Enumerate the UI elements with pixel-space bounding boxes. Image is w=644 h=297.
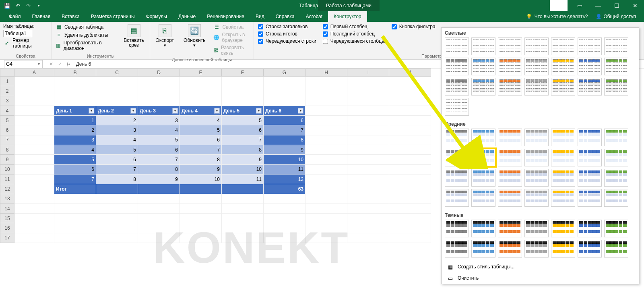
- cell[interactable]: [347, 96, 389, 106]
- cell[interactable]: [138, 204, 180, 214]
- table-style-thumb[interactable]: [445, 78, 469, 96]
- cell[interactable]: 5: [180, 125, 222, 135]
- refresh-button[interactable]: 🔄Обновить▾: [181, 23, 208, 48]
- cell[interactable]: [305, 125, 347, 135]
- cell[interactable]: 8: [180, 155, 222, 164]
- formula-bar[interactable]: День 6: [76, 61, 91, 67]
- cell[interactable]: [305, 223, 347, 233]
- table-style-thumb[interactable]: [524, 58, 549, 75]
- login-button[interactable]: Вход: [550, 0, 568, 11]
- fx-icon[interactable]: fx: [67, 61, 70, 67]
- cell[interactable]: [14, 223, 54, 233]
- table-style-thumb[interactable]: [578, 220, 602, 237]
- cell[interactable]: 3: [138, 116, 180, 125]
- cell[interactable]: [264, 214, 305, 223]
- tab-formulas[interactable]: Формулы: [140, 11, 173, 22]
- cell[interactable]: [347, 184, 389, 194]
- cell[interactable]: [54, 214, 96, 223]
- share-button[interactable]: 👤Общий доступ: [596, 14, 636, 19]
- cell[interactable]: 7: [180, 145, 222, 155]
- pivot-button[interactable]: ▦Сводная таблица: [55, 23, 116, 31]
- column-header[interactable]: D: [138, 69, 180, 77]
- table-style-thumb[interactable]: [445, 129, 469, 146]
- table-style-thumb[interactable]: [445, 220, 469, 237]
- cell[interactable]: 4: [180, 116, 222, 125]
- redo-icon[interactable]: ↷: [23, 1, 33, 10]
- table-style-thumb[interactable]: [471, 149, 495, 166]
- cell[interactable]: [14, 184, 54, 194]
- cell[interactable]: [347, 77, 389, 86]
- cell[interactable]: [96, 214, 138, 223]
- cell[interactable]: 4: [138, 125, 180, 135]
- cell[interactable]: [264, 194, 305, 204]
- cell[interactable]: День 2▾: [96, 106, 138, 116]
- cell[interactable]: 8: [96, 174, 138, 184]
- column-header[interactable]: F: [222, 69, 264, 77]
- column-header[interactable]: C: [96, 69, 138, 77]
- chk-filter-button[interactable]: Кнопка фильтра: [391, 23, 436, 30]
- table-style-thumb[interactable]: [524, 149, 549, 166]
- cell[interactable]: [180, 96, 222, 106]
- table-style-thumb[interactable]: [578, 169, 602, 187]
- table-style-thumb[interactable]: [471, 129, 495, 146]
- cell[interactable]: [54, 77, 96, 86]
- cell[interactable]: [222, 86, 264, 96]
- table-style-thumb[interactable]: [471, 220, 495, 237]
- table-style-thumb[interactable]: [498, 129, 522, 146]
- cell[interactable]: [138, 184, 180, 194]
- table-style-thumb[interactable]: [551, 78, 575, 96]
- row-header[interactable]: 6: [0, 125, 14, 135]
- cell[interactable]: [347, 223, 389, 233]
- tab-insert[interactable]: Вставка: [56, 11, 85, 22]
- cell[interactable]: [264, 233, 305, 243]
- cell[interactable]: 7: [138, 155, 180, 164]
- cell[interactable]: 7: [222, 135, 264, 145]
- table-style-thumb[interactable]: [551, 220, 575, 237]
- row-header[interactable]: 5: [0, 116, 14, 125]
- tab-layout[interactable]: Разметка страницы: [85, 11, 140, 22]
- table-style-thumb[interactable]: [498, 37, 522, 55]
- cell[interactable]: 4: [96, 135, 138, 145]
- cell[interactable]: [222, 184, 264, 194]
- table-style-thumb[interactable]: [551, 240, 575, 258]
- table-style-thumb[interactable]: [578, 129, 602, 146]
- table-style-thumb[interactable]: [604, 240, 628, 258]
- cell[interactable]: [305, 194, 347, 204]
- row-header[interactable]: 15: [0, 214, 14, 223]
- cell[interactable]: [96, 223, 138, 233]
- cell[interactable]: [14, 233, 54, 243]
- export-button[interactable]: ⎘Экспорт▾: [153, 23, 176, 48]
- table-style-thumb[interactable]: [471, 37, 495, 55]
- convert-range-button[interactable]: ▥Преобразовать в диапазон: [55, 39, 116, 52]
- resize-table-button[interactable]: ⤢Размер таблицы: [3, 37, 48, 49]
- table-style-thumb[interactable]: [524, 78, 549, 96]
- table-style-thumb[interactable]: [604, 169, 628, 187]
- column-header[interactable]: B: [54, 69, 96, 77]
- name-box[interactable]: G4▼: [4, 60, 43, 68]
- cell[interactable]: 12: [264, 174, 305, 184]
- save-icon[interactable]: 💾: [2, 1, 12, 10]
- column-header[interactable]: E: [180, 69, 222, 77]
- column-header[interactable]: I: [347, 69, 389, 77]
- new-table-style-button[interactable]: ▦Создать стиль таблицы...: [442, 261, 639, 272]
- cell[interactable]: [14, 145, 54, 155]
- close-icon[interactable]: ✕: [626, 0, 644, 11]
- cell[interactable]: 9: [264, 145, 305, 155]
- cell[interactable]: [389, 214, 431, 223]
- table-style-thumb[interactable]: [551, 37, 575, 55]
- table-style-thumb[interactable]: [524, 220, 549, 237]
- cell[interactable]: 6: [222, 125, 264, 135]
- cell[interactable]: [389, 145, 431, 155]
- cell[interactable]: [389, 155, 431, 164]
- table-style-thumb[interactable]: [604, 189, 628, 207]
- cell[interactable]: [54, 223, 96, 233]
- cell[interactable]: 10: [222, 165, 264, 174]
- cell[interactable]: [14, 106, 54, 116]
- cell[interactable]: [347, 194, 389, 204]
- cell[interactable]: [347, 155, 389, 164]
- cell[interactable]: [305, 214, 347, 223]
- maximize-icon[interactable]: ☐: [608, 0, 625, 11]
- table-style-thumb[interactable]: [578, 58, 602, 75]
- chk-total-row[interactable]: Строка итогов: [257, 31, 317, 37]
- cell[interactable]: [347, 165, 389, 174]
